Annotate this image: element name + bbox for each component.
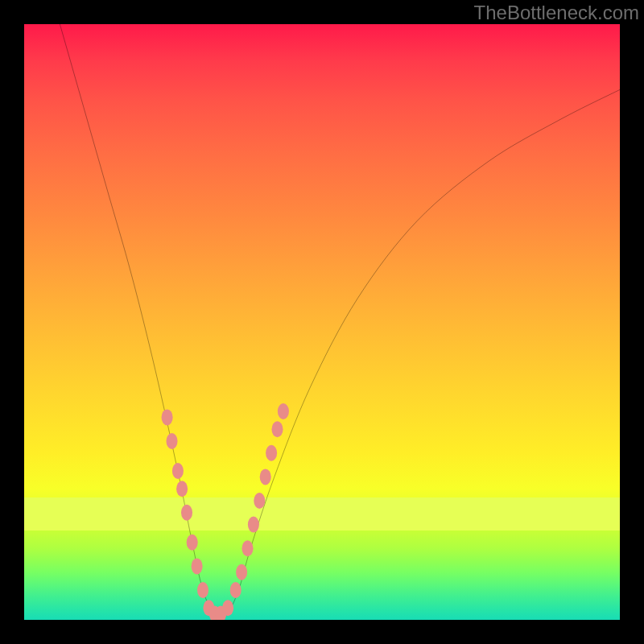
chart-plot-area	[24, 24, 620, 620]
sample-node	[181, 505, 192, 521]
sample-nodes	[162, 403, 289, 620]
sample-node	[166, 433, 177, 449]
sample-node	[271, 421, 283, 437]
sample-node	[266, 445, 277, 461]
sample-node	[162, 409, 173, 425]
sample-node	[187, 535, 198, 551]
sample-node	[222, 600, 233, 616]
sample-node	[248, 517, 259, 533]
sample-node	[197, 582, 208, 598]
sample-node	[278, 403, 289, 419]
chart-stage: TheBottleneck.com	[0, 0, 644, 644]
sample-node	[192, 558, 203, 574]
sample-node	[176, 481, 188, 497]
watermark-text: TheBottleneck.com	[474, 2, 639, 24]
sample-node	[172, 463, 184, 479]
chart-svg	[24, 24, 620, 620]
sample-node	[260, 469, 271, 485]
sample-node	[242, 540, 253, 556]
sample-node	[254, 493, 265, 509]
sample-node	[236, 564, 247, 580]
sample-node	[230, 582, 242, 598]
bottleneck-curve	[60, 24, 620, 617]
